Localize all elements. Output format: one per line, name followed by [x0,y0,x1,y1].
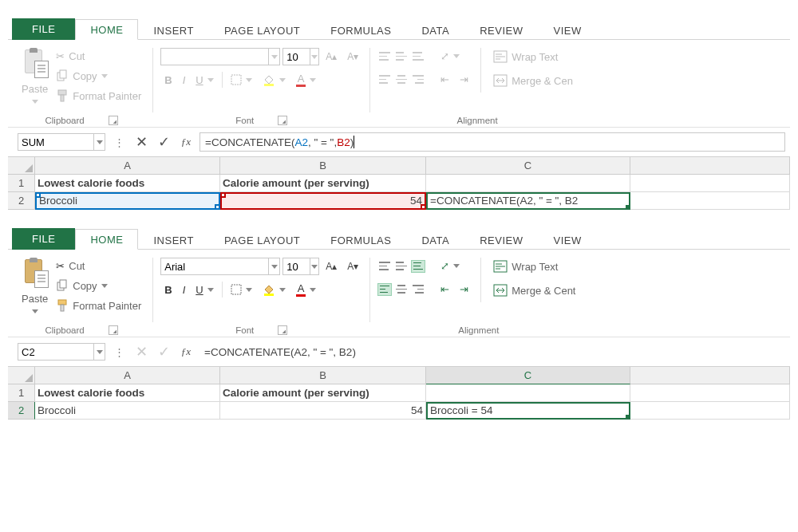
tab-data[interactable]: DATA [406,230,464,250]
name-box-input[interactable] [18,136,93,148]
col-header-C[interactable]: C [426,367,630,384]
grow-font-button[interactable]: A▴ [322,258,341,274]
font-size-combo[interactable] [282,258,319,275]
align-middle-button[interactable] [394,50,409,63]
cell-B1[interactable]: Calorie amount (per serving) [220,175,426,192]
tab-view[interactable]: VIEW [539,230,597,250]
row-header-1[interactable]: 1 [8,384,35,402]
select-all-corner[interactable] [8,367,35,384]
paste-dropdown-icon[interactable] [32,100,38,104]
orientation-button[interactable]: ⤢ [437,258,464,274]
cell-D2[interactable] [630,192,790,210]
borders-dropdown-icon[interactable] [246,288,252,292]
italic-button[interactable]: I [179,72,190,89]
italic-button[interactable]: I [179,282,190,298]
paste-button[interactable]: Paste [18,81,52,97]
name-box-dropdown-icon[interactable] [93,344,105,360]
font-color-button[interactable]: A [292,280,321,299]
select-all-corner[interactable] [8,157,35,175]
bold-button[interactable]: B [160,282,176,298]
cell-C1[interactable] [426,384,630,402]
font-name-input[interactable] [161,51,268,63]
underline-dropdown-icon[interactable] [207,78,214,82]
format-painter-button[interactable]: Format Painter [52,297,145,314]
tab-data[interactable]: DATA [406,20,464,40]
font-size-combo[interactable] [282,48,319,65]
cell-D1[interactable] [630,175,790,192]
cancel-formula-button[interactable]: ✕ [132,133,150,151]
tab-review[interactable]: REVIEW [464,230,538,250]
decrease-indent-button[interactable]: ⇤ [437,71,453,88]
orientation-dropdown-icon[interactable] [453,264,460,268]
cell-C2[interactable]: =CONCATENATE(A2, " = ", B2 [426,192,630,210]
fx-icon[interactable]: ƒx [177,133,195,151]
borders-button[interactable] [227,282,256,298]
spreadsheet-grid[interactable]: A B C 1 Lowest calorie foods Calorie amo… [8,156,790,210]
tab-review[interactable]: REVIEW [464,20,538,40]
shrink-font-button[interactable]: A▾ [343,258,362,274]
wrap-text-button[interactable]: Wrap Text [489,258,579,275]
underline-button[interactable]: U [192,282,217,298]
copy-button[interactable]: Copy [52,67,145,85]
row-header-2[interactable]: 2 [8,192,35,210]
cell-B1[interactable]: Calorie amount (per serving) [220,384,426,402]
tab-home[interactable]: HOME [75,19,138,40]
merge-center-button[interactable]: Merge & Cent [489,282,579,299]
tab-insert[interactable]: INSERT [138,20,208,40]
tab-formulas[interactable]: FORMULAS [315,230,406,250]
align-center-button[interactable] [394,73,409,86]
copy-button[interactable]: Copy [52,277,145,294]
name-box-input[interactable] [18,346,93,358]
wrap-text-button[interactable]: Wrap Text [489,48,577,65]
font-name-input[interactable] [161,261,268,273]
font-name-dropdown-icon[interactable] [268,258,279,274]
increase-indent-button[interactable]: ⇥ [456,71,472,88]
fill-color-dropdown-icon[interactable] [279,78,286,82]
font-size-dropdown-icon[interactable] [310,258,318,274]
col-header-B[interactable]: B [220,367,426,384]
clipboard-dialog-launcher-icon[interactable] [109,116,118,125]
col-header-A[interactable]: A [35,157,220,175]
tab-file[interactable]: FILE [12,18,75,40]
align-left-button[interactable] [377,283,392,296]
tab-file[interactable]: FILE [12,228,75,250]
font-color-button[interactable]: A [292,70,321,89]
name-box[interactable] [18,133,105,151]
name-box-dropdown-icon[interactable] [93,134,105,150]
cell-A1[interactable]: Lowest calorie foods [35,384,220,402]
font-dialog-launcher-icon[interactable] [278,325,287,335]
copy-dropdown-icon[interactable] [101,284,108,288]
copy-dropdown-icon[interactable] [101,74,108,78]
enter-formula-button[interactable]: ✓ [155,343,172,361]
shrink-font-button[interactable]: A▾ [343,49,362,65]
font-size-dropdown-icon[interactable] [310,49,318,65]
formula-input[interactable]: =CONCATENATE(A2, " = ", B2) [200,132,785,152]
tab-view[interactable]: VIEW [539,20,597,40]
orientation-button[interactable]: ⤢ [437,48,464,65]
underline-button[interactable]: U [192,72,217,89]
align-bottom-button[interactable] [411,50,425,63]
formula-input[interactable]: =CONCATENATE(A2, " = ", B2) [200,342,785,361]
fill-color-button[interactable] [259,281,290,298]
format-painter-button[interactable]: Format Painter [52,87,145,104]
cancel-formula-button[interactable]: ✕ [132,343,150,361]
fill-color-button[interactable] [259,71,290,89]
cut-button[interactable]: ✂ Cut [52,48,145,65]
font-name-dropdown-icon[interactable] [268,49,279,65]
cell-A2[interactable]: Broccoli [35,192,220,210]
align-left-button[interactable] [377,73,392,86]
borders-dropdown-icon[interactable] [246,78,252,82]
cell-B2[interactable]: 54 [220,402,426,420]
align-top-button[interactable] [377,260,392,273]
font-dialog-launcher-icon[interactable] [278,116,287,125]
align-right-button[interactable] [411,73,425,86]
row-header-2[interactable]: 2 [8,402,35,420]
fx-icon[interactable]: ƒx [177,343,195,361]
cell-D1[interactable] [630,384,790,402]
spreadsheet-grid[interactable]: A B C 1 Lowest calorie foods Calorie amo… [8,366,790,420]
font-name-combo[interactable] [160,258,280,275]
cell-A1[interactable]: Lowest calorie foods [35,175,220,192]
tab-formulas[interactable]: FORMULAS [315,20,406,40]
cut-button[interactable]: ✂Cut [52,258,145,274]
enter-formula-button[interactable]: ✓ [155,133,172,151]
